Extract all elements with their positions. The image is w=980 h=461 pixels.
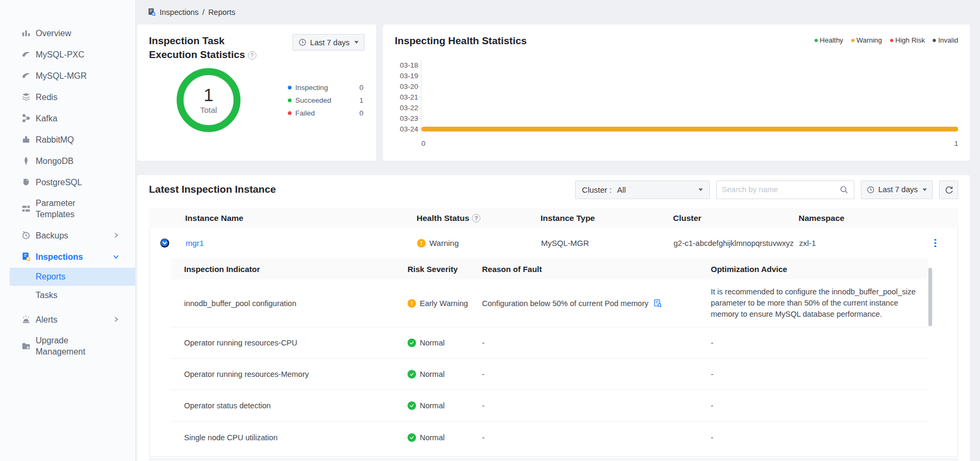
health-status-badge: Warning [417,238,541,248]
sidebar-item-label: Inspections [36,251,99,262]
refresh-button[interactable] [939,180,958,199]
sidebar-item-label: Alerts [36,314,99,325]
sidebar-item-overview[interactable]: Overview [0,22,135,44]
help-icon[interactable] [248,51,256,60]
indicator-cell: innodb_buffer_pool configuration [171,299,408,308]
help-icon[interactable] [472,214,480,223]
y-tick-label: 03-20 [395,83,418,90]
dolphin-icon [21,71,31,80]
detail-column-header: Reason of Fault [482,265,711,274]
legend-item-warning[interactable]: Warning [851,36,882,44]
legend-label: Inspecting [295,84,328,92]
column-header: Health Status [417,213,541,223]
risk-severity-text: Normal [420,370,445,378]
legend-item-high-risk[interactable]: High Risk [890,36,925,44]
bar-track [421,92,958,102]
check-icon [408,401,416,410]
alarm-icon [21,315,31,324]
next-row-partial [149,458,958,461]
reason-cell: - [482,433,711,442]
sidebar-item-upgrade-management[interactable]: Upgrade Management [0,330,135,362]
advice-cell: It is recommended to configure the innod… [711,286,928,320]
table-title: Latest Inspection Instance [149,183,276,196]
y-tick-label: 03-23 [395,114,418,122]
detail-row: Operator status detection Normal - - [171,390,928,422]
time-range-select[interactable]: Last 7 days [293,34,364,51]
sidebar-item-kafka[interactable]: Kafka [0,108,135,129]
breadcrumb-separator: / [202,8,204,17]
instance-name-link[interactable]: mgr1 [186,238,417,248]
x-tick-label: 1 [954,139,958,147]
legend-item-invalid[interactable]: Invalid [933,36,958,44]
reason-cell: - [482,401,711,410]
advice-cell: - [711,401,928,410]
sidebar-item-label: MongoDB [36,155,99,167]
caret-down-icon [923,188,927,191]
bar-chart-icon [21,28,31,38]
risk-severity-badge: Normal [408,401,482,410]
sidebar-item-mongodb[interactable]: MongoDB [0,150,135,171]
card-title: Inspecting Health Statistics [395,34,527,48]
main-content: Inspections / Reports Inspection Task Ex… [136,0,980,461]
y-tick-label: 03-19 [395,72,418,80]
breadcrumb-section[interactable]: Inspections [160,8,198,17]
legend-dot [851,39,854,42]
detail-column-header: Risk Severity [408,265,482,274]
card-title: Inspection Task Execution Statistics [149,35,245,60]
sidebar-item-label: Parameter Templates [36,197,99,220]
backup-clock-icon [21,230,31,240]
sidebar-item-redis[interactable]: Redis [0,86,135,108]
legend-dot [288,98,292,102]
detail-scrollbar-thumb[interactable] [928,268,932,326]
sidebar-item-alerts[interactable]: Alerts [0,309,135,330]
sidebar-item-postgresql[interactable]: PostgreSQL [0,171,135,193]
reason-cell: - [482,339,711,347]
warning-icon [408,299,416,308]
sidebar-item-mysql-pxc[interactable]: MySQL-PXC [0,44,135,65]
risk-severity-badge: Early Warning [408,299,482,308]
sidebar-item-parameter-templates[interactable]: Parameter Templates [0,193,135,225]
sidebar: Overview MySQL-PXC MySQL-MGR Redis Kafka… [0,0,136,461]
legend-item-healthy[interactable]: Healthy [815,36,843,44]
sidebar-item-mysql-mgr[interactable]: MySQL-MGR [0,65,135,86]
warning-bar[interactable] [421,127,958,131]
legend-dot [890,39,893,42]
chevron-right-icon [113,232,119,238]
legend-value: 0 [359,84,363,92]
task-donut-chart: 1 Total Inspecting 0 Succeeded 1 [149,68,364,132]
search-icon[interactable] [840,185,849,194]
legend-item-succeeded[interactable]: Succeeded 1 [288,94,363,106]
legend-item-inspecting[interactable]: Inspecting 0 [288,81,363,94]
risk-severity-badge: Normal [408,339,482,347]
legend-item-failed[interactable]: Failed 0 [288,106,363,119]
caret-down-icon [699,188,703,191]
view-report-icon[interactable] [653,299,662,308]
sidebar-item-rabbitmq[interactable]: RabbitMQ [0,129,135,150]
sidebar-subitem-reports[interactable]: Reports [10,268,135,286]
clock-icon [867,186,875,194]
legend-label: Invalid [938,36,958,44]
cluster-select[interactable]: Cluster : All [575,180,710,199]
legend-dot [288,86,292,89]
breadcrumb-page[interactable]: Reports [208,8,235,17]
risk-severity-badge: Normal [408,433,482,442]
sidebar-item-label: MySQL-MGR [36,70,99,81]
donut-legend: Inspecting 0 Succeeded 1 Failed 0 [288,81,363,119]
column-header: Instance Type [541,213,673,223]
cluster-cell: g2-c1-abcdefghijklmnopqrstuvwxyz [674,239,799,248]
row-actions-menu-button[interactable] [932,237,939,250]
health-legend: Healthy Warning High Risk Invalid [815,36,958,44]
legend-label: Failed [295,109,315,117]
report-search-icon [147,7,156,17]
search-input[interactable] [722,185,840,194]
y-tick-label: 03-18 [395,61,418,69]
collapse-row-button[interactable] [160,238,169,248]
sidebar-item-backups[interactable]: Backups [0,225,135,246]
sidebar-item-inspections[interactable]: Inspections [0,246,135,267]
risk-severity-text: Normal [420,339,445,347]
sidebar-subitem-tasks[interactable]: Tasks [10,286,135,304]
time-range-select[interactable]: Last 7 days [861,180,933,199]
elephant-icon [21,177,31,187]
x-axis-labels: 0 1 [421,139,958,147]
reason-cell: Configuration below 50% of current Pod m… [482,299,711,308]
